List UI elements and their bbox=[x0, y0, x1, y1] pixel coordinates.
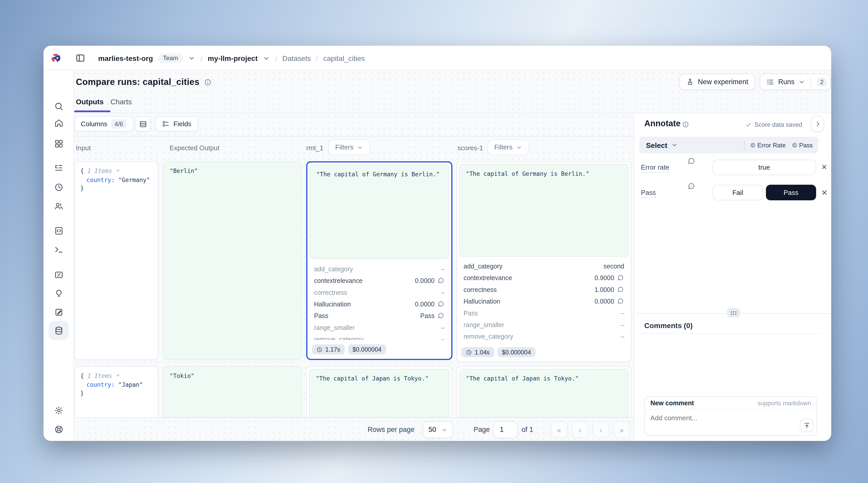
json-items-toggle[interactable]: 1 Items bbox=[88, 168, 112, 174]
row2-input-cell[interactable]: { 1 Items country: "Japan" } bbox=[74, 366, 158, 417]
breadcrumb-org[interactable]: marlies-test-org bbox=[98, 54, 153, 62]
comment-bubble-icon[interactable] bbox=[437, 312, 444, 319]
comment-bubble-icon[interactable] bbox=[687, 157, 695, 167]
prompts-icon[interactable] bbox=[54, 225, 64, 236]
score-row: remove_category– bbox=[307, 333, 451, 340]
json-value: "Japan" bbox=[118, 381, 143, 388]
clear-pass-icon[interactable]: ✕ bbox=[821, 188, 828, 197]
fields-icon bbox=[162, 120, 169, 128]
comment-bubble-icon[interactable] bbox=[437, 300, 444, 307]
page-number-input[interactable]: 1 bbox=[493, 421, 518, 438]
comments-divider bbox=[640, 333, 822, 334]
row1-run2-cell[interactable]: "The capital of Germany is Berlin." add_… bbox=[456, 161, 631, 362]
insights-icon[interactable] bbox=[54, 288, 64, 298]
score-chip-error-rate[interactable]: © Error Rate bbox=[751, 142, 786, 148]
run1-score-list: add_category– contextrelevance0.0000 cor… bbox=[307, 263, 451, 340]
previous-page-button[interactable]: ‹ bbox=[571, 421, 588, 438]
columns-label: Columns bbox=[81, 120, 107, 128]
tab-outputs[interactable]: Outputs bbox=[76, 98, 104, 106]
breadcrumb-project[interactable]: my-llm-project bbox=[208, 54, 258, 62]
comment-bubble-dots-icon[interactable] bbox=[687, 182, 695, 192]
support-icon[interactable] bbox=[54, 424, 64, 434]
chevron-down-icon[interactable] bbox=[188, 55, 195, 62]
row1-run1-cell[interactable]: "The capital of Germany is Berlin." add_… bbox=[306, 161, 452, 360]
score-row: Hallucination0.0000 bbox=[457, 295, 631, 307]
runs-button[interactable]: Runs 2 bbox=[760, 73, 831, 90]
next-page-button[interactable]: › bbox=[592, 421, 609, 438]
sidebar-toggle-icon[interactable] bbox=[75, 53, 85, 64]
row2-expected-cell[interactable]: "Tokio" bbox=[163, 366, 302, 417]
row2-run2-cell[interactable]: "The capital of Japan is Tokyo." bbox=[456, 366, 631, 417]
arrow-up-to-line-icon bbox=[803, 422, 810, 429]
chevron-down-icon bbox=[441, 427, 447, 433]
fields-button[interactable]: Fields bbox=[155, 116, 198, 132]
home-icon[interactable] bbox=[54, 118, 64, 128]
row1-expected-cell[interactable]: "Berlin" bbox=[163, 161, 302, 360]
run-output-text: "The capital of Germany is Berlin." bbox=[466, 170, 589, 177]
cost-badge[interactable]: $0.000004 bbox=[348, 344, 386, 355]
score-row: correctness– bbox=[307, 286, 451, 298]
latency-badge[interactable]: 1.04s bbox=[461, 347, 494, 357]
json-items-toggle[interactable]: 1 Items bbox=[88, 372, 112, 379]
row1-input-cell[interactable]: { 1 Items country: "Germany" } bbox=[74, 161, 158, 360]
tab-charts[interactable]: Charts bbox=[111, 98, 132, 106]
evaluators-icon[interactable] bbox=[54, 270, 64, 279]
tracing-icon[interactable] bbox=[54, 163, 64, 173]
row-height-button[interactable] bbox=[135, 116, 151, 132]
org-type-badge: Team bbox=[158, 53, 183, 63]
score-chip-label: Error Rate bbox=[757, 142, 786, 148]
run2-output-box: "The capital of Germany is Berlin." bbox=[459, 164, 628, 257]
datasets-icon[interactable] bbox=[54, 325, 64, 335]
score-select[interactable]: Select bbox=[646, 141, 668, 149]
chevron-down-icon[interactable] bbox=[671, 142, 678, 148]
collapse-panel-button[interactable] bbox=[811, 116, 824, 132]
run1-filters-button[interactable]: Filters bbox=[329, 140, 370, 155]
run2-filters-button[interactable]: Filters bbox=[488, 140, 529, 155]
categorical-type-icon: © bbox=[793, 142, 797, 148]
pass-pass-button[interactable]: Pass bbox=[766, 185, 816, 201]
breadcrumb-datasets[interactable]: Datasets bbox=[282, 54, 311, 62]
settings-icon[interactable] bbox=[54, 405, 64, 415]
latency-badge[interactable]: 1.17s bbox=[312, 344, 345, 355]
flask-icon bbox=[686, 78, 694, 86]
selectbar-divider bbox=[744, 141, 744, 150]
col-header-run2[interactable]: scores-1 bbox=[458, 144, 483, 152]
first-page-button[interactable]: « bbox=[551, 421, 567, 438]
score-row: PassPass bbox=[307, 310, 451, 322]
breadcrumb-dataset-name[interactable]: capital_cities bbox=[323, 54, 365, 62]
json-key: country: bbox=[87, 381, 115, 388]
comment-bubble-icon[interactable] bbox=[617, 286, 624, 293]
info-icon[interactable] bbox=[204, 79, 211, 88]
comment-bubble-icon[interactable] bbox=[617, 274, 624, 281]
search-icon[interactable] bbox=[54, 101, 64, 111]
info-icon[interactable] bbox=[682, 121, 689, 129]
columns-button[interactable]: Columns 4/6 bbox=[74, 116, 133, 132]
sessions-icon[interactable] bbox=[54, 182, 64, 192]
col-header-expected: Expected Output bbox=[169, 144, 219, 152]
dashboards-icon[interactable] bbox=[54, 139, 64, 148]
score-row: add_categorysecond bbox=[457, 260, 631, 272]
submit-comment-button[interactable] bbox=[800, 419, 813, 432]
score-chip-pass[interactable]: © Pass bbox=[793, 142, 813, 148]
score-row: correctness1.0000 bbox=[457, 283, 631, 295]
button-divider bbox=[811, 77, 811, 86]
comment-bubble-icon[interactable] bbox=[617, 297, 624, 305]
clear-error-rate-icon[interactable]: ✕ bbox=[821, 163, 827, 171]
error-rate-input[interactable] bbox=[712, 159, 816, 175]
row2-run1-cell[interactable]: "The capital of Japan is Tokyo." bbox=[306, 366, 452, 417]
comment-input[interactable] bbox=[645, 410, 817, 426]
users-icon[interactable] bbox=[54, 201, 64, 211]
annotation-queues-icon[interactable] bbox=[54, 307, 64, 317]
resize-handle[interactable] bbox=[727, 308, 740, 318]
json-value: "Germany" bbox=[118, 176, 150, 183]
comment-bubble-icon[interactable] bbox=[437, 277, 444, 284]
rows-per-page-select[interactable]: 50 bbox=[423, 421, 453, 438]
playground-icon[interactable] bbox=[54, 244, 64, 254]
col-header-run1[interactable]: rmt_1 bbox=[306, 144, 323, 152]
pass-fail-button[interactable]: Fail bbox=[712, 185, 763, 201]
chevron-down-icon[interactable] bbox=[263, 55, 270, 62]
org-logo[interactable] bbox=[50, 52, 61, 63]
new-experiment-button[interactable]: New experiment bbox=[679, 73, 755, 90]
cost-badge[interactable]: $0.000004 bbox=[497, 347, 535, 357]
last-page-button[interactable]: » bbox=[613, 421, 630, 438]
